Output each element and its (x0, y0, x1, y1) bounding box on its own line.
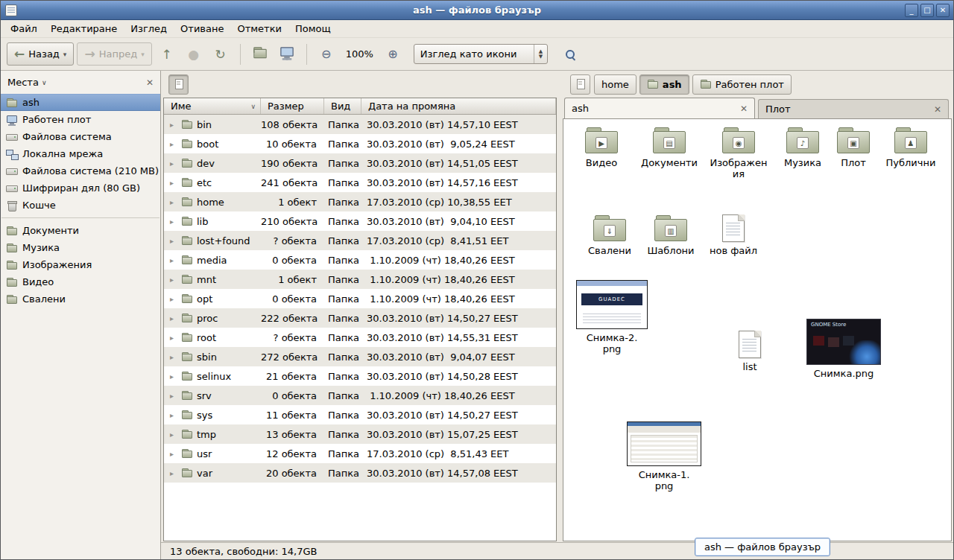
tab-close-icon[interactable]: ✕ (734, 104, 748, 114)
back-button[interactable]: ← Назад ▾ (7, 42, 74, 66)
place-item[interactable]: Видео (1, 273, 160, 290)
icon-view-item[interactable]: ▶ Видео (572, 127, 631, 168)
home-button[interactable] (248, 42, 272, 66)
tree-row[interactable]: ▸ media 0 обекта Папка 1.10.2009 (чт) 18… (164, 250, 556, 270)
pathbar-button[interactable]: ash (639, 74, 689, 95)
pathbar-root-button[interactable] (168, 74, 189, 95)
icon-view-item[interactable]: ◉ Изображен ия (710, 127, 768, 179)
place-label: Локална мрежа (22, 148, 103, 159)
computer-button[interactable] (275, 42, 299, 66)
expander-icon[interactable]: ▸ (170, 450, 177, 458)
column-header-name[interactable]: Име ∨ (164, 98, 261, 114)
tab-close-icon[interactable]: ✕ (928, 104, 941, 115)
zoom-out-button[interactable]: ⊖ (315, 42, 338, 66)
tree-row[interactable]: ▸ root ? обекта Папка 30.03.2010 (вт) 14… (164, 328, 556, 347)
tree-row[interactable]: ▸ opt 0 обекта Папка 1.10.2009 (чт) 18,4… (164, 289, 556, 308)
tree-row[interactable]: ▸ home 1 обект Папка 17.03.2010 (ср) 10,… (164, 192, 556, 211)
expander-icon[interactable]: ▸ (170, 159, 177, 168)
tree-row[interactable]: ▸ etc 241 обекта Папка 30.03.2010 (вт) 1… (164, 173, 556, 192)
expander-icon[interactable]: ▸ (170, 237, 177, 245)
icon-view-item[interactable]: ⇓ Свалени (580, 214, 639, 256)
zoom-in-button[interactable]: ⊕ (381, 42, 405, 66)
expander-icon[interactable]: ▸ (170, 314, 177, 322)
pathbar-button[interactable]: home (594, 74, 636, 95)
stop-button[interactable]: ● (182, 42, 206, 66)
column-header-date[interactable]: Дата на промяна (361, 98, 556, 114)
tree-row[interactable]: ▸ boot 10 обекта Папка 30.03.2010 (вт) 9… (164, 134, 556, 153)
tree-row[interactable]: ▸ var 20 обекта Папка 30.03.2010 (вт) 14… (164, 463, 556, 483)
expander-icon[interactable]: ▸ (170, 179, 177, 187)
tree-row[interactable]: ▸ dev 190 обекта Папка 30.03.2010 (вт) 1… (164, 153, 556, 173)
tree-row[interactable]: ▸ usr 12 обекта Папка 17.03.2010 (ср) 8,… (164, 444, 556, 463)
place-item[interactable]: Документи (1, 222, 160, 239)
up-button[interactable]: ↑ (155, 42, 179, 66)
tree-row[interactable]: ▸ proc 222 обекта Папка 30.03.2010 (вт) … (164, 308, 556, 328)
expander-icon[interactable]: ▸ (170, 295, 177, 303)
expander-icon[interactable]: ▸ (170, 372, 177, 381)
place-item[interactable]: ash (1, 94, 160, 111)
tab[interactable]: Плот ✕ (758, 99, 949, 118)
icon-view-item[interactable]: GUADEC GUADEC Снимка-2. png (572, 280, 651, 354)
menubar-item[interactable]: Отиване (174, 20, 230, 37)
icon-view-item[interactable]: ♟ Публични (879, 127, 942, 168)
icon-view-item[interactable]: list (724, 331, 775, 372)
places-close-icon[interactable]: ✕ (146, 77, 154, 88)
menubar-item[interactable]: Изглед (124, 20, 174, 37)
tree-row[interactable]: ▸ tmp 13 обекта Папка 30.03.2010 (вт) 15… (164, 424, 556, 444)
menubar-item[interactable]: Отметки (230, 20, 288, 37)
column-header-size[interactable]: Размер (261, 98, 324, 114)
close-button[interactable]: ✕ (936, 4, 950, 17)
expander-icon[interactable]: ▸ (170, 334, 177, 342)
reload-button[interactable]: ↻ (209, 42, 233, 66)
tree-row[interactable]: ▸ srv 0 обекта Папка 1.10.2009 (чт) 18,4… (164, 386, 556, 405)
expander-icon[interactable]: ▸ (170, 256, 177, 264)
place-item[interactable]: Локална мрежа (1, 145, 160, 162)
expander-icon[interactable]: ▸ (170, 411, 177, 419)
tree-row[interactable]: ▸ sys 11 обекта Папка 30.03.2010 (вт) 14… (164, 405, 556, 424)
place-item[interactable]: Шифриран дял (80 GB) (1, 179, 160, 197)
expander-icon[interactable]: ▸ (170, 392, 177, 400)
icon-view-item[interactable]: ▤ Документи (634, 127, 705, 168)
expander-icon[interactable]: ▸ (170, 217, 177, 226)
expander-icon[interactable]: ▸ (170, 198, 177, 206)
expander-icon[interactable]: ▸ (170, 353, 177, 361)
menubar-item[interactable]: Помощ (288, 20, 338, 37)
tree-row[interactable]: ▸ lib 210 обекта Папка 30.03.2010 (вт) 9… (164, 211, 556, 231)
places-chevron-icon[interactable]: ∨ (42, 79, 47, 86)
minimize-button[interactable]: _ (905, 4, 918, 17)
column-header-type[interactable]: Вид (324, 98, 361, 114)
icon-view-item[interactable]: нов файл (702, 214, 765, 256)
maximize-button[interactable]: □ (920, 4, 934, 17)
place-item[interactable]: Работен плот (1, 111, 160, 128)
back-history-dropdown-icon[interactable]: ▾ (63, 51, 67, 58)
expander-icon[interactable]: ▸ (170, 469, 177, 477)
place-item[interactable]: Файлова система (1, 128, 160, 145)
tree-row[interactable]: ▸ lost+found ? обекта Папка 17.03.2010 (… (164, 231, 556, 250)
icon-view-item[interactable]: Снимка-1. png (622, 421, 707, 491)
view-mode-select[interactable]: Изглед като икони ▲▼ (414, 44, 548, 64)
tree-row[interactable]: ▸ mnt 1 обект Папка 1.10.2009 (чт) 18,40… (164, 270, 556, 289)
expander-icon[interactable]: ▸ (170, 121, 177, 129)
menubar-item[interactable]: Файл (4, 20, 44, 37)
tree-row[interactable]: ▸ bin 108 обекта Папка 30.03.2010 (вт) 1… (164, 115, 556, 134)
icon-view-item[interactable]: ▥ Шаблони (641, 214, 701, 256)
tree-row[interactable]: ▸ selinux 21 обекта Папка 30.03.2010 (вт… (164, 366, 556, 386)
icon-view-item[interactable]: ▣ Плот (830, 127, 876, 168)
tree-row[interactable]: ▸ sbin 272 обекта Папка 30.03.2010 (вт) … (164, 347, 556, 366)
place-item[interactable]: Свалени (1, 290, 160, 308)
pathbar-root-button[interactable] (570, 74, 590, 95)
place-item[interactable]: Файлова система (210 MB) (1, 162, 160, 179)
place-item[interactable]: Музика (1, 239, 160, 256)
place-item[interactable]: Кошче (1, 197, 160, 214)
icon-view-item[interactable]: GNOME Store GNOME Store Снимка.png (802, 319, 885, 379)
expander-icon[interactable]: ▸ (170, 140, 177, 148)
place-item[interactable]: Изображения (1, 256, 160, 273)
menubar-item[interactable]: Редактиране (44, 20, 124, 37)
forward-button[interactable]: → Напред ▾ (77, 42, 151, 66)
icon-view-item[interactable]: ♪ Музика (775, 127, 830, 168)
expander-icon[interactable]: ▸ (170, 276, 177, 284)
tab[interactable]: ash ✕ (564, 98, 755, 118)
pathbar-button[interactable]: Работен плот (692, 74, 792, 95)
search-button[interactable] (558, 42, 582, 66)
expander-icon[interactable]: ▸ (170, 430, 177, 439)
